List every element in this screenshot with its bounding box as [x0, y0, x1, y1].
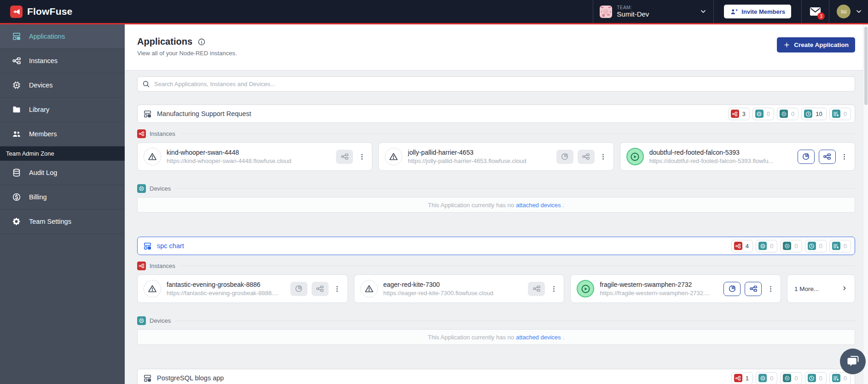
devices-icon: [137, 316, 146, 325]
main-area: Applications View all of your Node-RED i…: [125, 24, 868, 384]
open-editor-button[interactable]: [336, 150, 353, 164]
open-editor-button[interactable]: [312, 282, 329, 296]
instances-icon: [734, 374, 742, 382]
badge-pipelines: 0: [829, 108, 851, 120]
user-menu[interactable]: su: [829, 5, 868, 18]
error-status-icon: [144, 280, 161, 297]
more-instances-card[interactable]: 1 More...: [787, 274, 855, 303]
badge-devices: 0: [752, 108, 774, 120]
sidebar-item-members[interactable]: Members: [0, 122, 125, 146]
scrollbar-thumb[interactable]: [864, 27, 868, 105]
create-application-button[interactable]: Create Application: [777, 37, 855, 52]
audit-log-icon: [12, 168, 21, 177]
open-editor-button[interactable]: [745, 282, 762, 296]
sidebar-item-team-settings[interactable]: Team Settings: [0, 209, 125, 234]
chat-widget-button[interactable]: [840, 349, 866, 374]
sidebar-item-billing[interactable]: Billing: [0, 185, 125, 209]
kebab-menu-button[interactable]: [333, 282, 342, 296]
error-status-icon: [144, 148, 161, 165]
badge-instances: 1: [731, 372, 753, 384]
pipelines-icon: [832, 242, 840, 250]
badge-device-group-count: 0: [791, 111, 794, 117]
dashboard-button[interactable]: [556, 150, 573, 164]
instance-card[interactable]: eager-red-kite-7300 https://eager-red-ki…: [354, 274, 565, 303]
instance-meta: eager-red-kite-7300 https://eager-red-ki…: [383, 281, 524, 297]
sidebar-item-applications[interactable]: Applications: [0, 24, 125, 49]
instance-card[interactable]: doubtful-red-footed-falcon-5393 https://…: [620, 142, 855, 171]
search-input[interactable]: [154, 81, 850, 87]
application-icon: [143, 374, 152, 383]
sidebar-item-instances[interactable]: Instances: [0, 49, 125, 73]
badge-snapshots: 0: [805, 372, 827, 384]
team-label: TEAM:: [617, 5, 695, 11]
badge-devices-count: 0: [770, 375, 773, 382]
open-editor-button[interactable]: [578, 150, 595, 164]
badge-snapshots: 0: [805, 240, 827, 252]
application-header[interactable]: Manufacturing Support Request 3 0 0 10 0: [137, 105, 855, 123]
badge-instances: 4: [731, 240, 753, 252]
badge-devices-count: 0: [770, 243, 773, 250]
sidebar-item-library[interactable]: Library: [0, 98, 125, 122]
invite-wrap: Invite Members: [714, 0, 802, 23]
instances-row: fantastic-evening-grosbeak-8886 https://…: [137, 274, 855, 303]
open-editor-button[interactable]: [528, 282, 545, 296]
dashboard-button[interactable]: [798, 150, 815, 164]
kebab-menu-button[interactable]: [840, 150, 849, 164]
instance-meta: fragile-western-swamphen-2732 https://fr…: [600, 281, 719, 297]
kebab-menu-button[interactable]: [357, 150, 366, 164]
badge-snapshots: 10: [801, 108, 826, 120]
open-editor-button[interactable]: [819, 150, 836, 164]
application-header[interactable]: PostgreSQL blogs app 1 0 0 0 0: [137, 369, 855, 384]
empty-text: .: [563, 202, 565, 209]
application-name: spc chart: [157, 242, 184, 250]
dashboard-button[interactable]: [723, 282, 741, 296]
instances-icon: [731, 110, 739, 118]
instance-name: fragile-western-swamphen-2732: [600, 281, 719, 288]
brand[interactable]: FlowFuse: [0, 6, 72, 18]
devices-icon: [758, 374, 767, 382]
empty-text: This Application currently has no: [428, 334, 514, 341]
badge-devices-count: 0: [767, 111, 770, 117]
instances-row: kind-whooper-swan-4448 https://kind-whoo…: [137, 142, 855, 171]
sidebar-item-devices[interactable]: Devices: [0, 73, 125, 98]
instance-card[interactable]: fragile-western-swamphen-2732 https://fr…: [570, 274, 781, 303]
divider: [180, 266, 855, 266]
invite-members-button[interactable]: Invite Members: [724, 5, 791, 18]
flowfuse-app: FlowFuse TEAM: Sumit-Dev Invite Members …: [0, 0, 868, 384]
info-icon[interactable]: [197, 38, 206, 46]
badge-pipelines: 0: [829, 240, 851, 252]
devices-icon: [758, 242, 767, 250]
kebab-menu-button[interactable]: [599, 150, 608, 164]
page-header: Applications View all of your Node-RED i…: [125, 24, 868, 70]
team-selector[interactable]: TEAM: Sumit-Dev: [593, 0, 714, 23]
badge-instances-count: 3: [742, 111, 746, 117]
devices-section-label: Devices: [137, 184, 855, 193]
chevron-down-icon: [700, 8, 707, 15]
instance-meta: doubtful-red-footed-falcon-5393 https://…: [649, 149, 793, 164]
search-bar: [137, 76, 855, 92]
members-icon: [12, 129, 21, 139]
snapshots-icon: [804, 110, 812, 118]
divider: [175, 188, 855, 189]
devices-icon: [137, 184, 146, 193]
instance-card[interactable]: fantastic-evening-grosbeak-8886 https://…: [137, 274, 348, 303]
plus-icon: [783, 41, 790, 48]
instance-card[interactable]: kind-whooper-swan-4448 https://kind-whoo…: [137, 142, 372, 171]
notifications-button[interactable]: 3: [802, 0, 829, 23]
instance-meta: kind-whooper-swan-4448 https://kind-whoo…: [167, 149, 331, 164]
attached-devices-link[interactable]: attached devices: [516, 334, 561, 341]
application-header[interactable]: spc chart 4 0 0 0 0: [137, 237, 855, 255]
badge-instances-count: 1: [746, 375, 749, 382]
pipelines-icon: [832, 110, 840, 118]
chevron-down-icon: [855, 8, 862, 15]
kebab-menu-button[interactable]: [549, 282, 558, 296]
instance-name: jolly-pallid-harrier-4653: [408, 149, 551, 156]
instance-card[interactable]: jolly-pallid-harrier-4653 https://jolly-…: [378, 142, 613, 171]
badge-device-group: 0: [780, 240, 802, 252]
kebab-menu-button[interactable]: [766, 282, 775, 296]
dashboard-button[interactable]: [290, 282, 307, 296]
sidebar-item-audit-log[interactable]: Audit Log: [0, 161, 125, 185]
running-status-icon: [577, 280, 594, 297]
brand-name: FlowFuse: [27, 6, 72, 17]
attached-devices-link[interactable]: attached devices: [516, 202, 561, 209]
